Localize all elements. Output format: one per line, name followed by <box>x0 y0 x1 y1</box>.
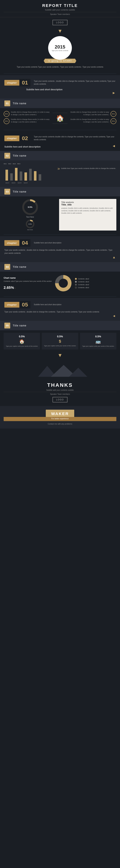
pie-right: Contents: abcd Contents: abcd Contents: … <box>75 278 116 288</box>
chapter-02-tag: chapter <box>4 135 19 141</box>
title-01-banner: 01 Title name <box>0 99 120 108</box>
chart-header-row: title1 title2 title3 title4 <box>4 163 116 164</box>
legend-item-4: Contents: abcd <box>75 287 116 288</box>
thanks-subtitle: Subtitle add your contents subtitle <box>4 389 116 391</box>
analysis-right: Title analysis Title_title analysis; Dou… <box>59 199 116 230</box>
title-title-label: Title_title <box>61 203 114 206</box>
speaker-label: Speaker Team members <box>4 12 116 15</box>
chapter-01-arrow: ► <box>6 91 116 95</box>
card-1: 0.5% 🏠 Type your caption write your word… <box>4 333 40 349</box>
chapter-05-subtitle-inline: Subtitle here and short description <box>30 303 116 306</box>
logo-area: LOGO <box>0 17 120 28</box>
analysis-text: analysis; Double click to edit contents;… <box>61 207 114 215</box>
legend-dot-3 <box>75 284 77 286</box>
chapter-01-subtitle: Subtitle here and short description <box>26 88 116 91</box>
bar-group-4 <box>20 172 22 181</box>
title-02-name: Title name <box>13 154 26 157</box>
chapter-05-text: Type your words contents ; double click … <box>4 310 116 313</box>
dot-text-3: Double click to change these words ( in … <box>70 111 109 116</box>
chevron-right-icon: » <box>57 166 60 171</box>
chapter-04-section: chapter 04 Subtitle here and short descr… <box>0 236 120 262</box>
chapter-01-num: 01 <box>19 79 30 87</box>
bar-label-3: label3 <box>18 182 22 184</box>
dot-text-2: Double click to change these words ( in … <box>11 118 50 123</box>
pie-percent: 2.65% <box>4 286 14 290</box>
card-1-desc: Type your caption write your words of th… <box>5 345 38 347</box>
mountains-visual <box>4 364 116 379</box>
report-subtitle: Subtitle add your contents subtitle <box>4 9 116 11</box>
year-number: 2015 <box>55 44 65 50</box>
legend-dot-2 <box>75 281 77 283</box>
title-05-banner: 05 Title name <box>0 321 120 330</box>
bar-group-1 <box>5 170 8 181</box>
chart-03-subtitle: Subtitle here Type your words contents d… <box>61 167 116 170</box>
svg-marker-8 <box>69 368 87 377</box>
chapter-05-tag: chapter <box>4 302 19 308</box>
ch03-analysis: 0.5% Text Here 0.5% text here Title anal… <box>0 196 120 233</box>
year-subtext: Type your words contents <box>52 50 68 52</box>
arrow-down-1: ▼ <box>0 28 120 34</box>
small-label: text here <box>4 229 56 230</box>
waker-sub2: For better experience <box>4 417 116 421</box>
bar-group-3 <box>15 168 18 181</box>
dot-circle-1: 95% <box>4 111 9 117</box>
legend-dot-4 <box>75 287 77 288</box>
bar-group-6 <box>29 169 32 181</box>
dot-circle-3: 85% <box>111 111 116 117</box>
pie-chart-visual <box>54 274 72 292</box>
bar-group-5 <box>24 173 27 181</box>
chapter-02-subtitle: Subtitle here and short description <box>4 146 41 148</box>
card-2: 0.5% $ Type your caption write your word… <box>42 333 78 349</box>
title-04-badge: 04 <box>4 264 10 270</box>
title-02-badge: 02 <box>4 153 10 159</box>
title-02-banner: 02 Title name <box>0 151 120 160</box>
dot-circle-2: 35% <box>4 118 9 124</box>
small-circle-label: 0.5% <box>28 223 32 225</box>
bar-label-4: label4 <box>24 182 27 184</box>
legend-item-2: Contents: abcd <box>75 281 116 283</box>
chapter-02-block: chapter 02 Type your words contents doub… <box>0 131 120 151</box>
chapter-01-block: chapter 01 Type your words contents ; do… <box>0 75 120 99</box>
title-01-badge: 01 <box>4 100 10 106</box>
chapter-05-section: chapter 05 Subtitle here and short descr… <box>0 298 120 321</box>
chapter-02-text: Type your words contents double click to… <box>30 135 116 141</box>
chapter-04-tag: chapter <box>4 240 19 246</box>
bar-group-8 <box>39 174 41 181</box>
thanks-title: THANKS <box>4 382 116 388</box>
card-3-desc: Type your caption write your words of th… <box>82 345 115 347</box>
pie-contents-label: Contents: abcd Type your contents here y… <box>4 280 52 282</box>
thanks-section: THANKS Subtitle add your contents subtit… <box>0 359 120 406</box>
cards-row: 0.5% 🏠 Type your caption write your word… <box>4 333 116 349</box>
dot-text-4: Double click to change these words ( in … <box>70 118 109 123</box>
dot-circle-4: 95% <box>111 118 116 124</box>
waker-section: WAKER For better experience Contact me w… <box>0 406 120 429</box>
big-circle-label: 0.5% <box>28 206 32 208</box>
year-circle: 2015 Type your words contents <box>48 36 72 60</box>
legend-item-1: Contents: abcd <box>75 278 116 280</box>
mountains-svg <box>33 364 87 379</box>
pie-chart-name: Chart name <box>4 277 52 279</box>
title-04-name: Title name <box>13 266 26 268</box>
title-03-badge: 03 <box>4 189 10 194</box>
title-03-banner: 03 Title name <box>0 187 120 196</box>
title-01-name: Title name <box>13 102 26 105</box>
report-title: REPORT TITLE <box>4 3 116 8</box>
house-icon: 🏠 <box>56 115 64 122</box>
arrow-down-2: ▼ <box>0 352 120 359</box>
bar-label-1: label1 <box>5 182 9 184</box>
chapter-01-tag: chapter <box>4 80 19 86</box>
dot-item-1: 95% Double click to change these words (… <box>4 111 50 117</box>
title-04-banner: 04 Title name <box>0 262 120 272</box>
pie-arrow-icon: ↑ <box>15 287 16 289</box>
logo-box: LOGO <box>52 20 68 25</box>
bar-group-2 <box>10 173 13 181</box>
chapter-04-arrow: ▲ <box>4 255 116 259</box>
pie-section: Chart name Contents: abcd Type your cont… <box>0 272 120 295</box>
chapter-05-arrow: ◄ <box>4 314 116 318</box>
title-05-badge: 05 <box>4 323 10 329</box>
dot-item-4: Double click to change these words ( in … <box>70 118 116 124</box>
pie-left: Chart name Contents: abcd Type your cont… <box>4 277 52 289</box>
chapter-05-num: 05 <box>19 301 30 308</box>
waker-badge-wrapper: WAKER For better experience <box>4 410 116 421</box>
legend-dot-1 <box>75 278 77 280</box>
